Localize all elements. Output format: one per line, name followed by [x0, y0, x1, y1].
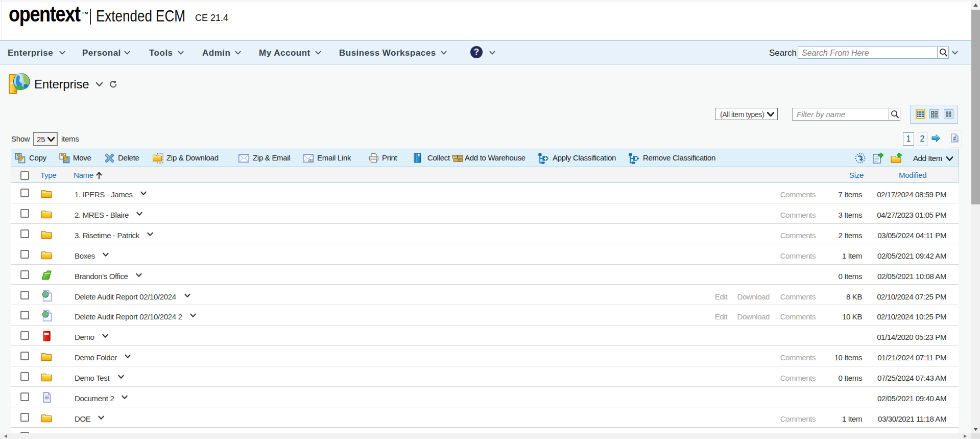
svg-text:#: #	[953, 136, 956, 142]
